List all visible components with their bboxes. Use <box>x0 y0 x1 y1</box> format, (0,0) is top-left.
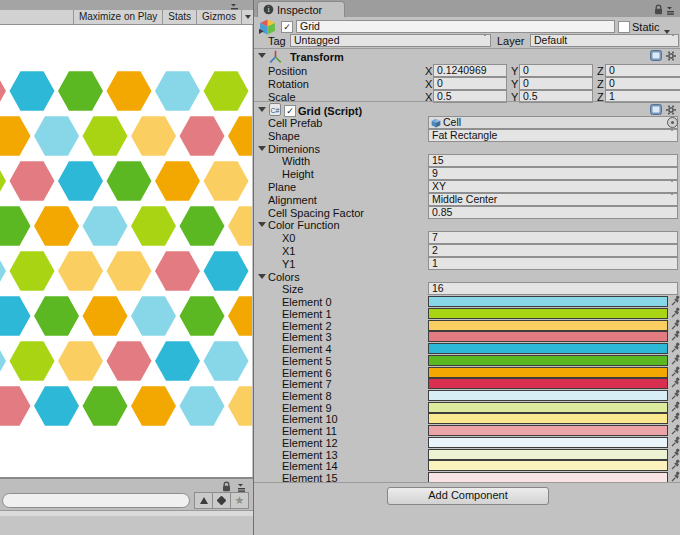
hex-cell <box>0 341 6 381</box>
property-field[interactable]: 9 <box>428 167 678 180</box>
object-field[interactable]: Cell <box>428 116 678 129</box>
hex-cell <box>204 251 249 290</box>
label-filter-button[interactable] <box>212 492 231 509</box>
property-dropdown[interactable]: Middle Center <box>428 193 678 206</box>
hex-cell <box>107 251 152 290</box>
maximize-on-play-button[interactable]: Maximize on Play <box>73 10 162 24</box>
transform-position-z-field[interactable]: 0 <box>605 64 680 77</box>
color-swatch[interactable] <box>428 355 668 366</box>
transform-rotation-x-field[interactable]: 0 <box>433 77 507 90</box>
property-dropdown[interactable]: Fat Rectangle <box>428 129 678 142</box>
property-field[interactable]: 16 <box>428 282 678 295</box>
hex-cell <box>180 116 225 156</box>
eyedropper-icon[interactable] <box>671 389 680 400</box>
property-field[interactable]: 1 <box>428 257 678 270</box>
gizmos-button[interactable]: Gizmos <box>196 10 241 24</box>
label-icon <box>217 496 227 506</box>
grid-script-foldout[interactable] <box>258 107 266 112</box>
color-swatch[interactable] <box>428 413 668 424</box>
panel-menu-icon[interactable] <box>666 5 677 17</box>
tag-dropdown[interactable]: Untagged <box>290 34 491 47</box>
color-swatch[interactable] <box>428 449 668 460</box>
transform-position-x-field[interactable]: 0.1240969 <box>433 64 507 77</box>
eyedropper-icon[interactable] <box>671 448 680 459</box>
dropdown-arrows-icon <box>663 132 675 142</box>
property-field[interactable]: 0.85 <box>428 206 678 219</box>
color-swatch[interactable] <box>428 402 668 413</box>
transform-rotation-z-field[interactable]: 0 <box>605 77 680 90</box>
asset-filter-button[interactable] <box>194 492 213 509</box>
foldout-label: Color Function <box>268 219 340 231</box>
color-swatch[interactable] <box>428 437 668 448</box>
property-row: Width15 <box>254 154 680 167</box>
property-label: Plane <box>268 181 296 193</box>
color-swatch[interactable] <box>428 367 668 378</box>
transform-foldout[interactable] <box>258 53 266 58</box>
eyedropper-icon[interactable] <box>671 295 680 306</box>
game-view-viewport[interactable] <box>0 25 252 477</box>
eyedropper-icon[interactable] <box>671 412 680 423</box>
hex-cell <box>131 296 176 336</box>
property-row: Size16 <box>254 282 680 295</box>
help-book-icon[interactable] <box>650 50 662 63</box>
color-swatch[interactable] <box>428 460 668 471</box>
lock-icon[interactable] <box>654 4 663 17</box>
foldout-triangle[interactable] <box>258 274 266 279</box>
color-swatch[interactable] <box>428 296 668 307</box>
hex-cell <box>155 341 200 381</box>
eyedropper-icon[interactable] <box>671 366 680 377</box>
eyedropper-icon[interactable] <box>671 330 680 341</box>
game-panel: Maximize on Play Stats Gizmos ★ <box>0 0 253 535</box>
name-field[interactable]: Grid <box>296 20 615 33</box>
property-field[interactable]: 7 <box>428 231 678 244</box>
stats-button[interactable]: Stats <box>162 10 196 24</box>
color-swatch[interactable] <box>428 378 668 389</box>
color-swatch[interactable] <box>428 320 668 331</box>
active-checkbox[interactable]: ✓ <box>281 21 293 33</box>
eyedropper-icon[interactable] <box>671 377 680 388</box>
property-field[interactable]: 15 <box>428 154 678 167</box>
foldout-label: Colors <box>268 271 300 283</box>
color-swatch[interactable] <box>428 331 668 342</box>
project-panel-body <box>0 516 253 535</box>
search-input[interactable] <box>2 493 190 508</box>
gear-icon[interactable] <box>665 50 677 64</box>
eyedropper-icon[interactable] <box>671 319 680 330</box>
tab-inspector[interactable]: i Inspector <box>257 1 345 17</box>
property-row: Element 3 <box>254 330 680 342</box>
property-field[interactable]: 2 <box>428 244 678 257</box>
eyedropper-icon[interactable] <box>671 401 680 412</box>
color-swatch[interactable] <box>428 308 668 319</box>
eyedropper-icon[interactable] <box>671 436 680 447</box>
game-panel-top-strip <box>0 0 253 10</box>
color-swatch[interactable] <box>428 425 668 436</box>
gizmos-dropdown-button[interactable] <box>241 10 253 24</box>
foldout-triangle[interactable] <box>258 146 266 151</box>
axis-label: X <box>425 65 432 77</box>
eyedropper-icon[interactable] <box>671 459 680 470</box>
transform-row-label: Rotation <box>268 78 309 90</box>
object-picker-button[interactable] <box>667 117 678 128</box>
hex-cell <box>83 386 128 426</box>
foldout-triangle[interactable] <box>258 222 266 227</box>
eyedropper-icon[interactable] <box>671 354 680 365</box>
eyedropper-icon[interactable] <box>671 471 680 482</box>
color-swatch[interactable] <box>428 343 668 354</box>
property-row: Element 0 <box>254 295 680 307</box>
static-checkbox[interactable] <box>618 21 630 33</box>
hex-cell <box>58 71 103 111</box>
eyedropper-icon[interactable] <box>671 307 680 318</box>
hex-grid-svg <box>0 25 252 477</box>
eyedropper-icon[interactable] <box>671 424 680 435</box>
transform-position-y-field[interactable]: 0 <box>519 64 593 77</box>
color-swatch[interactable] <box>428 390 668 401</box>
tab-label: Inspector <box>277 4 322 16</box>
add-component-button[interactable]: Add Component <box>387 487 549 505</box>
tag-label: Tag <box>268 35 286 47</box>
hex-cell <box>58 251 103 290</box>
favorites-filter-button[interactable]: ★ <box>230 492 249 509</box>
property-dropdown[interactable]: XY <box>428 180 678 193</box>
eyedropper-icon[interactable] <box>671 342 680 353</box>
layer-dropdown[interactable]: Default <box>530 34 679 47</box>
transform-rotation-y-field[interactable]: 0 <box>519 77 593 90</box>
